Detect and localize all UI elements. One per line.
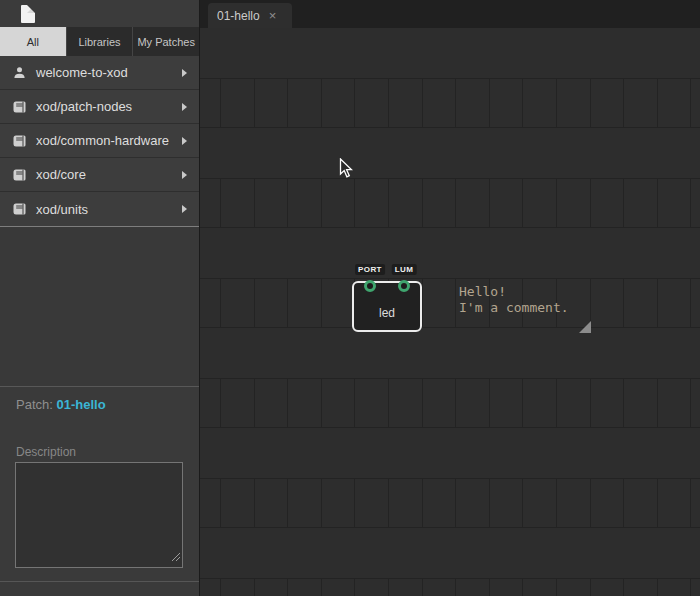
list-item-welcome-to-xod[interactable]: welcome-to-xod xyxy=(0,56,199,90)
list-item-label: xod/units xyxy=(36,202,88,217)
list-item-xod-patch-nodes[interactable]: xod/patch-nodes xyxy=(0,90,199,124)
project-browser-toolbar xyxy=(0,0,199,27)
comment-text: Hello!I'm a comment. xyxy=(451,283,591,316)
comment-block[interactable]: Hello!I'm a comment. xyxy=(451,283,591,333)
user-icon xyxy=(12,66,26,79)
list-item-label: welcome-to-xod xyxy=(36,65,128,80)
tab-my-patches[interactable]: My Patches xyxy=(133,27,199,56)
list-item-label: xod/patch-nodes xyxy=(36,99,132,114)
list-item-xod-units[interactable]: xod/units xyxy=(0,192,199,226)
tab-all[interactable]: All xyxy=(0,27,67,56)
close-tab-icon[interactable]: × xyxy=(269,9,277,22)
chevron-right-icon[interactable] xyxy=(182,205,187,213)
resize-handle-icon[interactable] xyxy=(579,321,591,333)
list-item-label: xod/core xyxy=(36,167,86,182)
patch-info-panel: Patch: 01-hello Description xyxy=(0,386,199,581)
patch-editor: 01-hello × PORT LUM led Hello!I'm a comm… xyxy=(200,0,700,596)
grid-band xyxy=(200,178,700,228)
pin-label-lum: LUM xyxy=(392,264,417,275)
chevron-right-icon[interactable] xyxy=(182,137,187,145)
grid-band xyxy=(200,578,700,596)
book-icon xyxy=(12,203,26,215)
patch-label: Patch: xyxy=(16,397,53,412)
tab-libraries[interactable]: Libraries xyxy=(67,27,134,56)
grid-band xyxy=(200,478,700,528)
xod-ide-window: All Libraries My Patches welcome-to-xod … xyxy=(0,0,700,596)
pin-label-port: PORT xyxy=(355,264,385,275)
chevron-right-icon[interactable] xyxy=(182,69,187,77)
list-item-label: xod/common-hardware xyxy=(36,133,169,148)
browser-empty-area xyxy=(0,227,199,386)
book-icon xyxy=(12,169,26,181)
chevron-right-icon[interactable] xyxy=(182,103,187,111)
chevron-right-icon[interactable] xyxy=(182,171,187,179)
patch-canvas[interactable]: PORT LUM led Hello!I'm a comment. xyxy=(200,28,700,596)
grid-band xyxy=(200,78,700,128)
patch-tab-label: 01-hello xyxy=(217,9,260,23)
browser-filter-tabs: All Libraries My Patches xyxy=(0,27,199,56)
book-icon xyxy=(12,101,26,113)
document-icon[interactable] xyxy=(21,5,35,23)
resize-handle-icon[interactable] xyxy=(171,548,181,566)
patch-name-link[interactable]: 01-hello xyxy=(56,397,105,412)
description-field-wrap xyxy=(15,462,183,568)
node-led[interactable]: PORT LUM led xyxy=(352,281,422,332)
editor-tabbar: 01-hello × xyxy=(200,0,700,28)
grid-band xyxy=(200,378,700,428)
grid-band xyxy=(200,278,700,328)
sidebar-footer xyxy=(0,581,199,596)
node-label: led xyxy=(379,306,395,320)
pin-port[interactable] xyxy=(364,280,376,292)
book-icon xyxy=(12,135,26,147)
pin-lum[interactable] xyxy=(398,280,410,292)
patch-line: Patch: 01-hello xyxy=(16,397,183,412)
library-list: welcome-to-xod xod/patch-nodes xod/commo… xyxy=(0,56,199,227)
project-browser: All Libraries My Patches welcome-to-xod … xyxy=(0,0,200,596)
description-input[interactable] xyxy=(15,462,183,568)
description-label: Description xyxy=(16,445,183,459)
mouse-cursor-icon xyxy=(339,158,353,179)
list-item-xod-core[interactable]: xod/core xyxy=(0,158,199,192)
list-item-xod-common-hardware[interactable]: xod/common-hardware xyxy=(0,124,199,158)
patch-tab-01-hello[interactable]: 01-hello × xyxy=(208,3,292,28)
